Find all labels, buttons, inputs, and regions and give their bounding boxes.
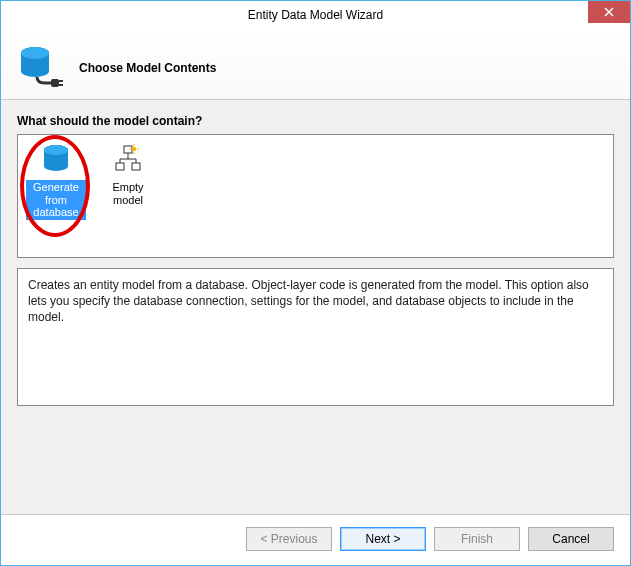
option-label-line: from xyxy=(45,194,67,206)
model-options: Generate from database xyxy=(17,134,614,258)
finish-button: Finish xyxy=(434,527,520,551)
svg-rect-18 xyxy=(116,163,124,170)
close-icon xyxy=(604,7,614,17)
database-icon xyxy=(26,141,86,177)
option-empty-model[interactable]: Empty model xyxy=(98,141,158,251)
database-plug-icon xyxy=(17,43,63,93)
svg-point-5 xyxy=(21,47,49,59)
option-label: Empty model xyxy=(98,180,158,207)
wizard-footer: < Previous Next > Finish Cancel xyxy=(1,514,630,565)
wizard-content: What should the model contain? Generate … xyxy=(1,100,630,514)
close-button[interactable] xyxy=(588,1,630,23)
svg-point-20 xyxy=(132,147,136,151)
option-description: Creates an entity model from a database.… xyxy=(17,268,614,406)
section-label: What should the model contain? xyxy=(17,114,614,128)
svg-rect-6 xyxy=(51,79,59,87)
wizard-window: Entity Data Model Wizard Choose Model Co… xyxy=(0,0,631,566)
option-label-line: Generate xyxy=(33,181,79,193)
cancel-button[interactable]: Cancel xyxy=(528,527,614,551)
svg-point-12 xyxy=(44,145,68,155)
model-diagram-icon xyxy=(98,141,158,177)
titlebar: Entity Data Model Wizard xyxy=(1,1,630,29)
window-title: Entity Data Model Wizard xyxy=(248,8,383,22)
header-subtitle: Choose Model Contents xyxy=(79,61,216,75)
option-generate-from-database[interactable]: Generate from database xyxy=(26,141,86,251)
svg-rect-19 xyxy=(132,163,140,170)
next-button[interactable]: Next > xyxy=(340,527,426,551)
svg-point-11 xyxy=(44,161,68,171)
svg-point-4 xyxy=(21,65,49,77)
option-label-line: database xyxy=(33,206,78,218)
wizard-header: Choose Model Contents xyxy=(1,29,630,100)
previous-button: < Previous xyxy=(246,527,332,551)
